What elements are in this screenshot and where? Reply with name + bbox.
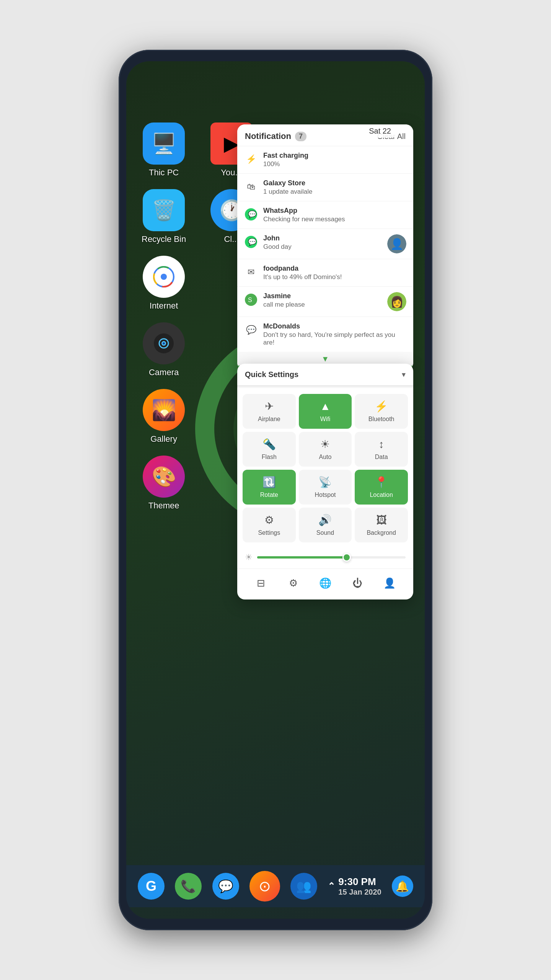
phone-screen: 🖥️ Thic PC 🗑️ Recycle Bin bbox=[126, 61, 425, 919]
recycle-bin-label: Recycle Bin bbox=[142, 234, 186, 244]
camera-icon bbox=[143, 322, 185, 364]
notif-galaxy-store[interactable]: 🛍 Galaxy Store 1 update availale bbox=[237, 173, 413, 201]
app-icon-gallery[interactable]: 🌄 Gallery bbox=[142, 389, 186, 444]
thic-pc-icon: 🖥️ bbox=[143, 122, 185, 165]
notif-charging[interactable]: ⚡ Fast charging 100% bbox=[237, 146, 413, 173]
dock-right: 🔔 bbox=[392, 875, 413, 897]
notif-whatsapp[interactable]: 💬 WhatsApp Checking for new messages bbox=[237, 201, 413, 229]
themee-label: Themee bbox=[148, 501, 179, 511]
qs-title: Quick Settings bbox=[245, 370, 298, 379]
jasmine-content: Jasmine call me please bbox=[263, 292, 382, 309]
qs-power-btn[interactable]: ⏻ bbox=[348, 573, 367, 593]
dock-google[interactable]: G bbox=[138, 873, 165, 900]
brightness-thumb bbox=[342, 553, 351, 562]
qs-grid: ✈ Airplane ▲ Wifi ⚡ Bluetooth 🔦 Flash bbox=[237, 389, 413, 548]
qs-divider bbox=[237, 385, 413, 389]
bluetooth-icon: ⚡ bbox=[375, 400, 388, 413]
app-icon-thic-pc[interactable]: 🖥️ Thic PC bbox=[142, 122, 186, 178]
svg-text:💬: 💬 bbox=[248, 210, 257, 219]
date-chip: Sat 22 bbox=[362, 124, 398, 138]
charging-content: Fast charging 100% bbox=[263, 152, 406, 168]
john-content: John Good day bbox=[263, 234, 382, 251]
themee-icon: 🎨 bbox=[143, 456, 185, 498]
qs-backgrond[interactable]: 🖼 Backgrond bbox=[355, 508, 408, 542]
mcdonalds-icon: 💬 bbox=[244, 323, 258, 337]
qs-airplane[interactable]: ✈ Airplane bbox=[243, 394, 296, 429]
recycle-bin-icon: 🗑️ bbox=[143, 189, 185, 231]
data-icon: ↕ bbox=[379, 438, 384, 451]
qs-auto[interactable]: ☀ Auto bbox=[299, 432, 352, 467]
qs-user-btn[interactable]: 👤 bbox=[380, 573, 399, 593]
dock-notification-bell[interactable]: 🔔 bbox=[392, 875, 413, 897]
notif-foodpanda[interactable]: ✉ foodpanda It's up to 49% off Domino's! bbox=[237, 259, 413, 286]
notification-panel: Notification 7 Clear All ⚡ Fast charging… bbox=[237, 124, 413, 370]
notif-jasmine[interactable]: S Jasmine call me please 👩 bbox=[237, 286, 413, 317]
jasmine-avatar: 👩 bbox=[387, 292, 406, 311]
hotspot-icon: 📡 bbox=[318, 476, 332, 488]
john-avatar: 👤 bbox=[387, 234, 406, 253]
qs-bluetooth[interactable]: ⚡ Bluetooth bbox=[355, 394, 408, 429]
desktop-background: 🖥️ Thic PC 🗑️ Recycle Bin bbox=[126, 61, 425, 919]
thic-pc-label: Thic PC bbox=[149, 168, 179, 178]
status-time: 9:30 PM bbox=[338, 876, 381, 888]
brightness-row: ☀ bbox=[237, 548, 413, 568]
svg-point-8 bbox=[163, 342, 165, 345]
internet-label: Internet bbox=[150, 301, 178, 311]
foodpanda-content: foodpanda It's up to 49% off Domino's! bbox=[263, 265, 406, 281]
quick-settings-panel: Quick Settings ▾ ✈ Airplane ▲ Wifi ⚡ bbox=[237, 364, 413, 599]
settings-icon: ⚙ bbox=[264, 514, 274, 526]
qs-network-btn[interactable]: 🌐 bbox=[316, 573, 335, 593]
galaxy-store-icon: 🛍 bbox=[244, 180, 258, 194]
brightness-slider[interactable] bbox=[257, 556, 406, 559]
notif-john[interactable]: 💬 John Good day 👤 bbox=[237, 229, 413, 259]
notif-mcdonalds[interactable]: 💬 McDonalds Don't try so hard, You're si… bbox=[237, 317, 413, 352]
gallery-icon: 🌄 bbox=[143, 389, 185, 431]
qs-settings-btn[interactable]: ⚙ bbox=[284, 573, 303, 593]
qs-flash[interactable]: 🔦 Flash bbox=[243, 432, 296, 467]
bottom-dock: G 📞 💬 ⊙ 👥 ⌃ 9:30 PM 15 Jan 2020 🔔 bbox=[126, 865, 425, 907]
qs-settings[interactable]: ⚙ Settings bbox=[243, 508, 296, 542]
up-arrow-icon: ⌃ bbox=[328, 881, 335, 892]
qs-wifi[interactable]: ▲ Wifi bbox=[299, 394, 352, 429]
wifi-icon: ▲ bbox=[320, 400, 331, 413]
app-icon-themee[interactable]: 🎨 Themee bbox=[142, 456, 186, 511]
status-date: 15 Jan 2020 bbox=[338, 888, 381, 897]
dock-sms[interactable]: 💬 bbox=[212, 873, 239, 900]
foodpanda-icon: ✉ bbox=[244, 265, 258, 279]
galaxy-store-content: Galaxy Store 1 update availale bbox=[263, 179, 406, 196]
sound-icon: 🔊 bbox=[318, 514, 332, 526]
qs-location[interactable]: 📍 Location bbox=[355, 470, 408, 505]
qs-screenshot-btn[interactable]: ⊟ bbox=[251, 573, 271, 593]
dock-phone[interactable]: 📞 bbox=[175, 873, 202, 900]
jasmine-avatar-img: 👩 bbox=[387, 292, 406, 311]
jasmine-icon: S bbox=[244, 293, 258, 307]
svg-point-4 bbox=[161, 274, 167, 280]
app-icon-internet[interactable]: Internet bbox=[142, 256, 186, 311]
qs-hotspot[interactable]: 📡 Hotspot bbox=[299, 470, 352, 505]
brightness-icon: ☀ bbox=[245, 552, 253, 562]
whatsapp-icon: 💬 bbox=[244, 207, 258, 221]
svg-text:💬: 💬 bbox=[248, 238, 257, 246]
app-icon-camera[interactable]: Camera bbox=[142, 322, 186, 377]
qs-rotate[interactable]: 🔃 Rotate bbox=[243, 470, 296, 505]
app-icon-recycle-bin[interactable]: 🗑️ Recycle Bin bbox=[142, 189, 186, 244]
brightness-fill bbox=[257, 556, 346, 559]
qs-data[interactable]: ↕ Data bbox=[355, 432, 408, 467]
qs-header: Quick Settings ▾ bbox=[237, 364, 413, 385]
internet-icon bbox=[143, 256, 185, 298]
qs-sound[interactable]: 🔊 Sound bbox=[299, 508, 352, 542]
dock-messenger[interactable]: ⊙ bbox=[249, 871, 280, 902]
phone-frame: 🖥️ Thic PC 🗑️ Recycle Bin bbox=[119, 50, 432, 930]
gallery-label: Gallery bbox=[150, 434, 177, 444]
clock-label: Cl... bbox=[224, 234, 239, 244]
status-bar: ⌃ 9:30 PM 15 Jan 2020 bbox=[328, 876, 381, 897]
dock-contacts[interactable]: 👥 bbox=[290, 873, 317, 900]
airplane-icon: ✈ bbox=[265, 400, 274, 413]
location-icon: 📍 bbox=[375, 476, 388, 488]
scroll-down-arrow: ▾ bbox=[323, 353, 328, 364]
qs-chevron-icon[interactable]: ▾ bbox=[402, 370, 406, 379]
svg-text:S: S bbox=[248, 297, 252, 303]
john-avatar-img: 👤 bbox=[387, 234, 406, 253]
notification-title: Notification 7 bbox=[245, 131, 306, 141]
flash-icon: 🔦 bbox=[262, 438, 276, 451]
